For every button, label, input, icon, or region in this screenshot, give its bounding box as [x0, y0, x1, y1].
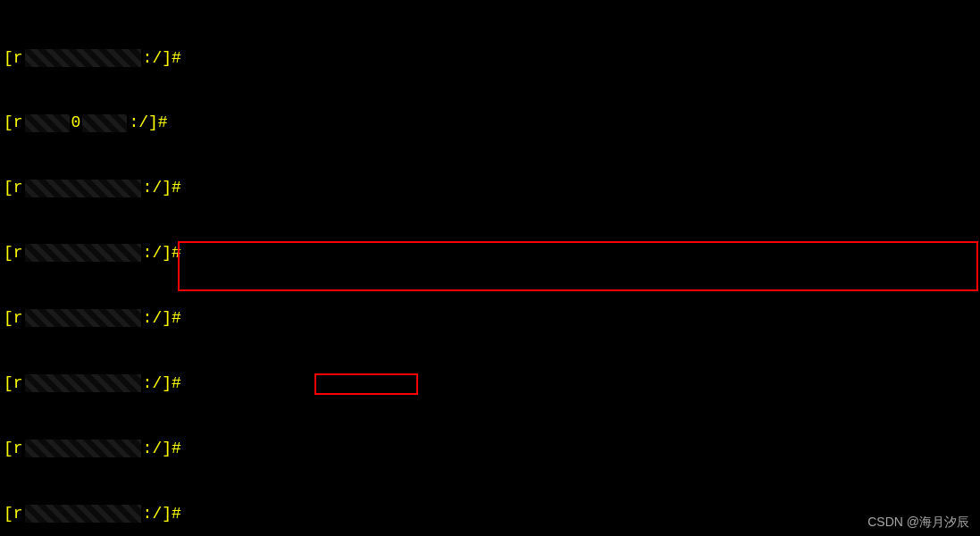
prompt-line: [r:/]#	[4, 47, 976, 69]
prompt-prefix: [r	[4, 47, 23, 69]
prompt-line: [r:/]#	[4, 503, 976, 524]
prompt-line: [r:/]#	[4, 242, 976, 264]
watermark-text: CSDN @海月汐辰	[867, 514, 969, 531]
redacted-host	[25, 505, 141, 523]
prompt-line: [r:/]#	[4, 373, 976, 394]
prompt-line: [r:/]#	[4, 307, 976, 329]
redacted-host	[82, 114, 127, 132]
redacted-host	[25, 49, 141, 67]
redacted-host	[25, 309, 141, 327]
prompt-line: [r:/]#	[4, 177, 976, 198]
prompt-line: [r0:/]#	[4, 112, 976, 133]
redacted-host	[25, 374, 141, 392]
prompt-suffix: :/]#	[143, 47, 181, 69]
redacted-host	[25, 180, 141, 197]
prompt-line: [r:/]#	[4, 438, 976, 459]
redacted-host	[25, 244, 141, 262]
terminal-output[interactable]: [r:/]# [r0:/]# [r:/]# [r:/]# [r:/]# [r:/…	[4, 4, 976, 536]
redacted-host	[25, 114, 70, 132]
redacted-host	[25, 440, 141, 457]
